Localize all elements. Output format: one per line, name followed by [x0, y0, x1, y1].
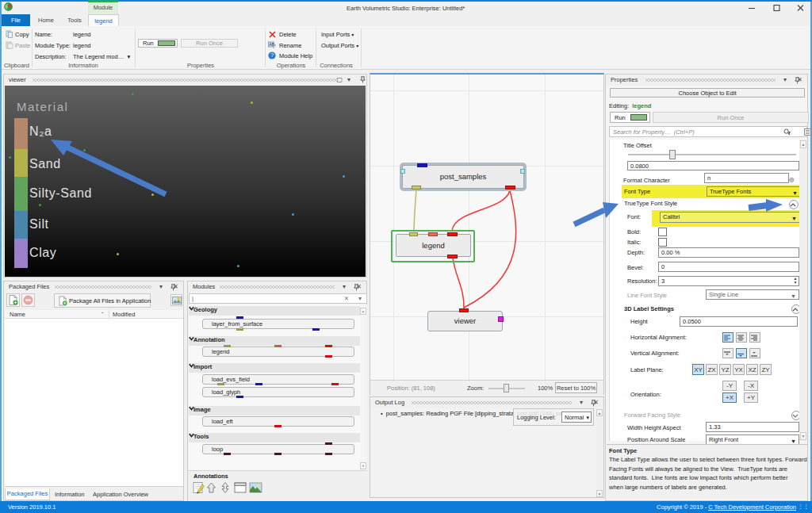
svg-text:?: ?: [270, 52, 274, 58]
